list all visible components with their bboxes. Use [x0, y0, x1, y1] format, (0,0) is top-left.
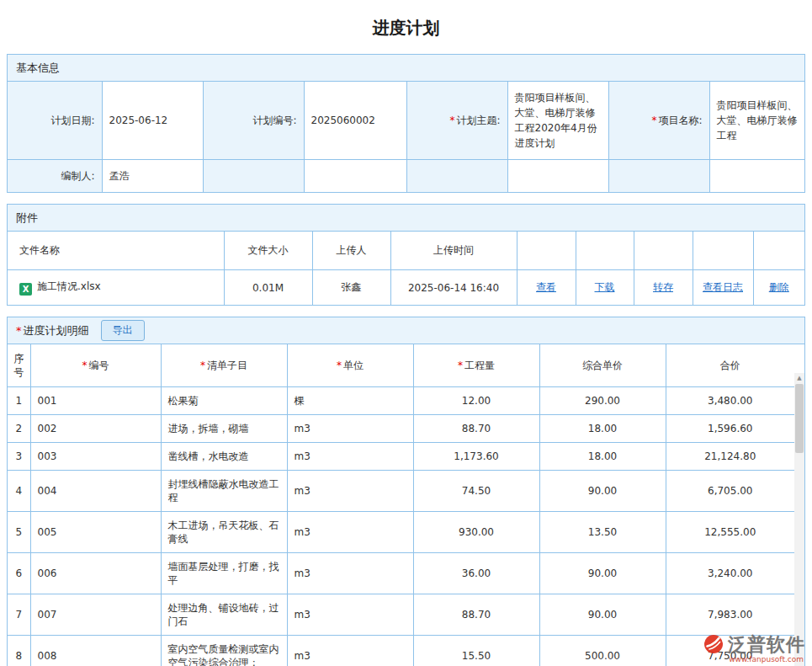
vertical-scrollbar[interactable]: ▲ [794, 373, 804, 666]
detail-row: 1001松果菊棵12.00290.003,480.00 [8, 387, 794, 415]
progress-plan-page: 进度计划 基本信息 计划日期: 2025-06-12 计划编号: 2025060… [0, 0, 812, 666]
page-title: 进度计划 [0, 0, 812, 54]
detail-cell-code: 007 [30, 594, 161, 636]
scrollbar-thumb[interactable] [795, 384, 804, 453]
required-marker: * [82, 360, 88, 371]
empty-header-cell [634, 232, 693, 270]
detail-cell-quantity: 12.00 [413, 387, 539, 415]
uploader-cell: 张鑫 [312, 270, 390, 306]
detail-row: 8008室内空气质量检测或室内空气污染综合治理；m315.50500.007,7… [8, 636, 794, 666]
delete-action-cell: 删除 [753, 270, 804, 306]
detail-row: 4004封埋线槽隐蔽水电改造工程m374.5090.006,705.00 [8, 471, 794, 512]
quantity-header: *工程量 [413, 344, 539, 387]
total-header: 合价 [666, 344, 794, 387]
plan-date-label: 计划日期: [8, 82, 102, 160]
detail-cell-code: 002 [30, 415, 161, 443]
detail-cell-code: 008 [30, 636, 161, 666]
seq-header-text: 序号 [13, 353, 24, 378]
detail-cell-unit: 棵 [287, 387, 413, 415]
attachments-section: 附件 文件名称 文件大小 上传人 上传时间 X施工情况.xlsx [7, 204, 805, 306]
detail-cell-seq: 4 [8, 471, 30, 512]
detail-cell-code: 004 [30, 471, 161, 512]
plan-number-label: 计划编号: [203, 82, 304, 160]
empty-header-cell [753, 232, 804, 270]
fanpu-logo-icon [703, 634, 724, 657]
project-name-label: *项目名称: [608, 82, 709, 160]
scroll-up-arrow[interactable]: ▲ [794, 373, 804, 384]
item-header-text: 清单子目 [207, 360, 247, 371]
detail-cell-unit: m3 [287, 415, 413, 443]
detail-cell-item: 室内空气质量检测或室内空气污染综合治理； [161, 636, 287, 666]
project-name-value: 贵阳项目样板间、大堂、电梯厅装修工程 [709, 82, 804, 160]
detail-cell-seq: 2 [8, 415, 30, 443]
detail-cell-item: 封埋线槽隐蔽水电改造工程 [161, 471, 287, 512]
save-as-link[interactable]: 转存 [653, 281, 673, 293]
detail-section: * 进度计划明细 导出 序号 *编号 [7, 317, 805, 666]
view-action-cell: 查看 [517, 270, 576, 306]
detail-cell-unit: m3 [287, 471, 413, 512]
view-log-action-cell: 查看日志 [693, 270, 753, 306]
upload-time-cell: 2025-06-14 16:40 [390, 270, 517, 306]
detail-cell-total: 3,480.00 [666, 387, 794, 415]
download-link[interactable]: 下载 [595, 281, 615, 293]
quantity-header-text: 工程量 [464, 360, 495, 371]
detail-cell-item: 墙面基层处理，打磨，找平 [161, 553, 287, 594]
plan-date-value: 2025-06-12 [102, 82, 203, 160]
detail-cell-unit: m3 [287, 636, 413, 666]
detail-row: 2002进场，拆墙，砌墙m388.7018.001,596.60 [8, 415, 794, 443]
detail-cell-seq: 3 [8, 443, 30, 471]
excel-icon: X [19, 283, 32, 296]
empty-value-cell [709, 160, 804, 193]
detail-cell-item: 木工进场，吊天花板、石膏线 [161, 512, 287, 553]
detail-cell-total: 1,596.60 [666, 415, 794, 443]
basic-info-grid: 计划日期: 2025-06-12 计划编号: 2025060002 *计划主题:… [8, 82, 804, 192]
detail-section-title: 进度计划明细 [24, 323, 89, 338]
item-header: *清单子目 [161, 344, 287, 387]
file-name-cell: X施工情况.xlsx [8, 270, 224, 306]
plan-subject-label: *计划主题: [406, 82, 507, 160]
detail-table-body: 1001松果菊棵12.00290.003,480.002002进场，拆墙，砌墙m… [8, 387, 794, 666]
detail-cell-total: 6,705.00 [666, 471, 794, 512]
required-marker: * [651, 115, 656, 126]
detail-row: 6006墙面基层处理，打磨，找平m336.0090.003,240.00 [8, 553, 794, 594]
detail-cell-unit-price: 18.00 [539, 443, 666, 471]
detail-cell-code: 001 [30, 387, 161, 415]
detail-cell-unit-price: 90.00 [539, 594, 666, 636]
detail-cell-unit-price: 90.00 [539, 471, 666, 512]
detail-cell-quantity: 74.50 [413, 471, 539, 512]
detail-cell-item: 进场，拆墙，砌墙 [161, 415, 287, 443]
view-log-link[interactable]: 查看日志 [703, 281, 743, 293]
delete-link[interactable]: 删除 [769, 281, 789, 293]
author-label-text: 编制人: [61, 170, 94, 182]
save-as-action-cell: 转存 [634, 270, 693, 306]
detail-cell-total: 3,240.00 [666, 553, 794, 594]
fanpu-brand-watermark: 泛普软件 www.fanpusoft.com [703, 632, 805, 663]
detail-cell-code: 006 [30, 553, 161, 594]
detail-row: 5005木工进场，吊天花板、石膏线m3930.0013.5012,555.00 [8, 512, 794, 553]
export-button[interactable]: 导出 [101, 320, 145, 341]
detail-cell-total: 12,555.00 [666, 512, 794, 553]
file-name: 施工情况.xlsx [37, 280, 101, 292]
detail-table: 序号 *编号 *清单子目 *单位 *工程量 [8, 344, 794, 666]
detail-cell-quantity: 88.70 [413, 415, 539, 443]
fanpu-brand-url: www.fanpusoft.com [703, 655, 805, 663]
detail-cell-quantity: 88.70 [413, 594, 539, 636]
detail-section-header: * 进度计划明细 导出 [8, 317, 804, 344]
empty-header-cell [693, 232, 753, 270]
plan-date-label-text: 计划日期: [50, 115, 94, 126]
seq-header: 序号 [8, 344, 30, 387]
view-link[interactable]: 查看 [536, 281, 556, 293]
attachments-table: 文件名称 文件大小 上传人 上传时间 X施工情况.xlsx 0.01M 张鑫 2… [8, 232, 804, 305]
uploader-header: 上传人 [312, 232, 390, 270]
detail-cell-quantity: 1,173.60 [413, 443, 539, 471]
attachments-section-title: 附件 [16, 210, 38, 226]
detail-row: 3003凿线槽，水电改造m31,173.6018.0021,124.80 [8, 443, 794, 471]
detail-cell-unit-price: 500.00 [539, 636, 666, 666]
basic-info-row-2: 编制人: 孟浩 [8, 160, 804, 193]
attachments-header-row: 文件名称 文件大小 上传人 上传时间 [8, 232, 804, 270]
detail-cell-unit: m3 [287, 512, 413, 553]
empty-value-cell [507, 160, 608, 193]
empty-value-cell [304, 160, 406, 193]
detail-cell-total: 7,983.00 [666, 594, 794, 636]
detail-cell-item: 凿线槽，水电改造 [161, 443, 287, 471]
